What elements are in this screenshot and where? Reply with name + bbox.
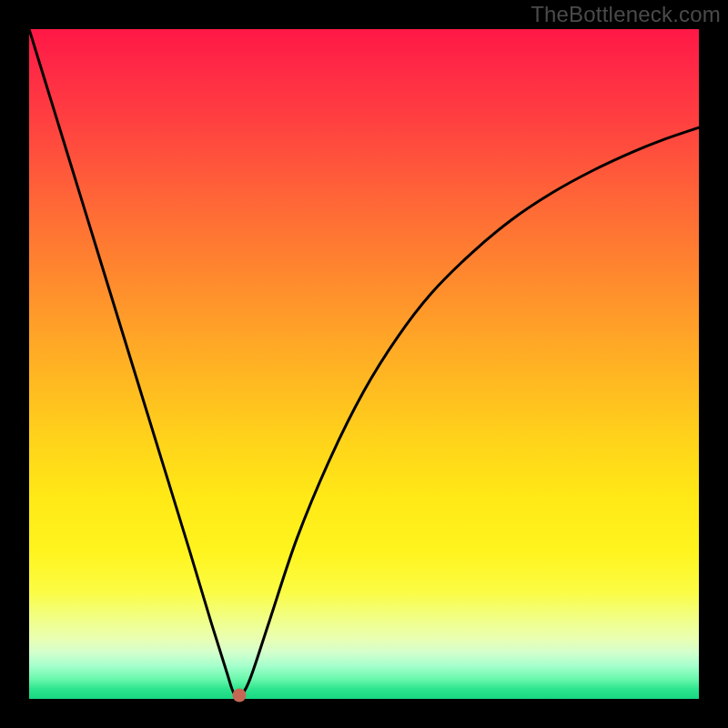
curve-svg — [29, 29, 699, 699]
watermark-text: TheBottleneck.com — [531, 2, 721, 27]
chart-container: TheBottleneck.com — [0, 0, 728, 728]
curve-path — [29, 29, 699, 696]
optimum-marker — [233, 689, 247, 703]
